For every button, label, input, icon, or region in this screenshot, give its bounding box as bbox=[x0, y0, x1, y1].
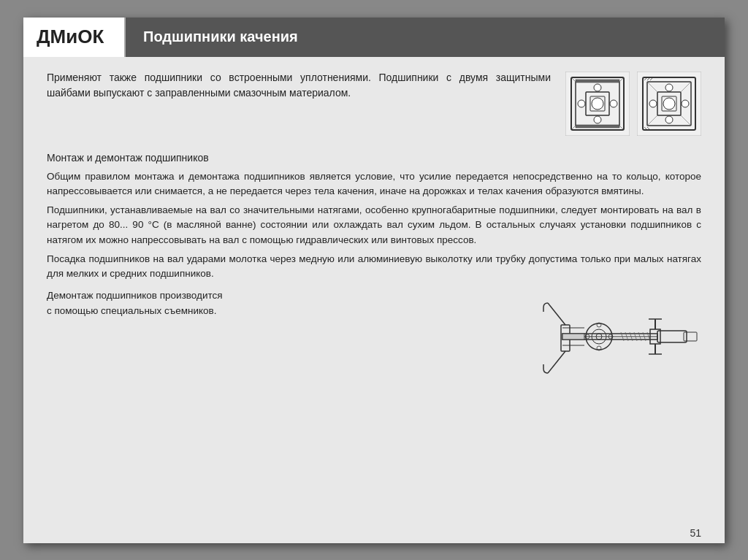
svg-point-6 bbox=[594, 84, 601, 91]
svg-point-8 bbox=[578, 100, 585, 107]
svg-point-9 bbox=[610, 100, 617, 107]
svg-point-24 bbox=[649, 100, 657, 107]
puller-diagram bbox=[541, 288, 701, 391]
slide-title: Подшипники качения bbox=[143, 28, 298, 45]
bearing-images bbox=[565, 72, 701, 136]
paragraph-2: Подшипники, устанавливаемые на вал со зн… bbox=[47, 203, 701, 248]
demontage-text: Демонтаж подшипников производится с помо… bbox=[47, 288, 529, 318]
title-bar: Подшипники качения bbox=[126, 18, 725, 57]
paragraph-3: Посадка подшипников на вал ударами молот… bbox=[47, 252, 701, 282]
section-heading: Монтаж и демонтаж подшипников bbox=[47, 152, 701, 164]
logo-text: ДМиОК bbox=[37, 26, 104, 48]
svg-point-21 bbox=[663, 98, 675, 110]
bottom-section: Демонтаж подшипников производится с помо… bbox=[47, 288, 701, 391]
svg-point-23 bbox=[665, 116, 673, 123]
paragraph-1: Общим правилом монтажа и демонтажа подши… bbox=[47, 169, 701, 199]
page-number: 51 bbox=[690, 527, 701, 539]
slide: ДМиОК Подшипники качения Применяют также… bbox=[23, 18, 725, 543]
logo-area: ДМиОК bbox=[23, 18, 126, 57]
footer: 51 bbox=[23, 526, 725, 543]
svg-rect-62 bbox=[562, 334, 584, 340]
svg-point-5 bbox=[592, 98, 603, 110]
svg-point-25 bbox=[682, 100, 689, 107]
svg-rect-11 bbox=[576, 125, 619, 128]
content-area: Применяют также подшипники со встроенным… bbox=[23, 57, 725, 526]
svg-point-22 bbox=[665, 84, 673, 91]
header: ДМиОК Подшипники качения bbox=[23, 18, 725, 57]
svg-rect-10 bbox=[576, 80, 619, 83]
bearing-diagram-1 bbox=[565, 72, 630, 136]
bearing-diagram-2 bbox=[637, 72, 701, 136]
svg-point-7 bbox=[594, 116, 601, 123]
top-section: Применяют также подшипники со встроенным… bbox=[47, 70, 701, 136]
top-paragraph: Применяют также подшипники со встроенным… bbox=[47, 70, 551, 101]
